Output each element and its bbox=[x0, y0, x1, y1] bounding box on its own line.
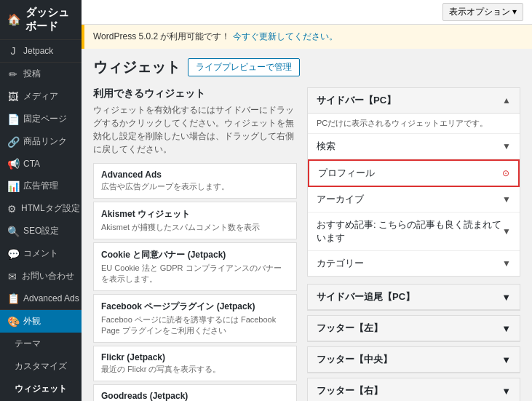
page-title: ウィジェット bbox=[93, 57, 180, 77]
sidebar-item-label: Jetpack bbox=[23, 46, 53, 56]
live-preview-button[interactable]: ライブプレビューで管理 bbox=[188, 58, 300, 76]
widget-item-cookie[interactable]: Cookie と同意バナー (Jetpack) EU Cookie 法と GDP… bbox=[93, 242, 297, 291]
jetpack-icon: J bbox=[7, 45, 19, 57]
sidebar-pc-header[interactable]: サイドバー【PC】 ▲ bbox=[308, 88, 520, 114]
widget-row-name: おすすめ記事: こちらの記事も良く読まれています bbox=[317, 218, 502, 245]
widget-row-chevron: ▼ bbox=[502, 226, 511, 237]
notification-text: WordPress 5.0.2 が利用可能です！ bbox=[93, 31, 230, 41]
content-area: ウィジェット ライブプレビューで管理 利用できるウィジェット ウィジェットを有効… bbox=[82, 49, 532, 401]
available-widgets-desc: ウィジェットを有効化するにはサイドバーにドラッグするかクリックしてください。ウィ… bbox=[93, 103, 297, 156]
display-options-button[interactable]: 表示オプション ▾ bbox=[442, 3, 523, 21]
sidebar-item-appearance[interactable]: 🎨 外観 bbox=[0, 310, 82, 333]
widget-item-advanced-ads[interactable]: Advanced Ads 広告や広告グループを表示します。 bbox=[93, 163, 297, 199]
sidebar-item-theme[interactable]: テーマ bbox=[0, 333, 82, 355]
sidebar-item-html[interactable]: ⚙ HTMLタグ設定 bbox=[0, 197, 82, 220]
sidebar-item-label: HTMLタグ設定 bbox=[21, 202, 80, 215]
sidebar-item-label: 商品リンク bbox=[23, 135, 67, 148]
contact-icon: ✉ bbox=[7, 271, 17, 282]
widget-item-akismet[interactable]: Akismet ウィジェット Akismet が捕獲したスパムコメント数を表示 bbox=[93, 202, 297, 239]
main-content: 表示オプション ▾ WordPress 5.0.2 が利用可能です！ 今すぐ更新… bbox=[82, 0, 532, 401]
widget-item-desc: Faceboo ページに読者を誘導するには Facebook Page プラグイ… bbox=[101, 314, 289, 336]
sidebar-item-customize[interactable]: カスタマイズ bbox=[0, 355, 82, 378]
sidebar-item-advanced-ads[interactable]: 📋 Advanced Ads bbox=[0, 287, 82, 309]
sidebar-item-pages[interactable]: 📄 固定ページ bbox=[0, 108, 82, 130]
sidebar-item-label: SEO設定 bbox=[23, 225, 59, 237]
widget-item-desc: 広告や広告グループを表示します。 bbox=[101, 181, 289, 192]
sidebar-follow-area: サイドバー追尾【PC】 ▼ bbox=[307, 284, 520, 311]
seo-icon: 🔍 bbox=[7, 226, 19, 237]
widget-row-chevron: ⊙ bbox=[502, 168, 509, 178]
sidebar-item-links[interactable]: 🔗 商品リンク bbox=[0, 130, 82, 153]
sidebar-item-label: メディア bbox=[23, 90, 58, 103]
available-widgets-panel: 利用できるウィジェット ウィジェットを有効化するにはサイドバーにドラッグするかク… bbox=[93, 87, 297, 401]
widget-item-desc: Akismet が捕獲したスパムコメント数を表示 bbox=[101, 222, 289, 233]
widget-row-name: プロフィール bbox=[318, 167, 375, 180]
footer-left-title: フッター【左】 bbox=[317, 322, 383, 335]
sidebar: 🏠 ダッシュボード J Jetpack ✏ 投稿 🖼 メディア 📄 固定ページ … bbox=[0, 0, 82, 401]
footer-center-area: フッター【中央】 ▼ bbox=[307, 346, 520, 373]
widget-row-chevron: ▼ bbox=[502, 258, 511, 269]
ads-icon: 📊 bbox=[7, 180, 19, 192]
sidebar-item-jetpack[interactable]: J Jetpack bbox=[0, 40, 82, 62]
widget-row-name: アーカイブ bbox=[317, 193, 364, 206]
footer-right-chevron: ▼ bbox=[501, 386, 511, 397]
sidebar-item-seo[interactable]: 🔍 SEO設定 bbox=[0, 220, 82, 242]
widget-row-search[interactable]: 検索 ▼ bbox=[308, 134, 520, 159]
widget-row-chevron: ▼ bbox=[502, 194, 511, 205]
cta-icon: 📢 bbox=[7, 158, 19, 170]
sidebar-pc-desc: PCだけに表示されるウィジェットエリアです。 bbox=[308, 114, 520, 134]
widget-row-profile[interactable]: プロフィール ⊙ bbox=[308, 159, 520, 187]
widget-item-title: Akismet ウィジェット bbox=[101, 208, 289, 221]
sidebar-item-ads[interactable]: 📊 広告管理 bbox=[0, 175, 82, 197]
widget-areas-panel: サイドバー【PC】 ▲ PCだけに表示されるウィジェットエリアです。 検索 ▼ … bbox=[307, 87, 520, 401]
widget-row-recommended[interactable]: おすすめ記事: こちらの記事も良く読まれています ▼ bbox=[308, 213, 520, 251]
widget-row-category[interactable]: カテゴリー ▼ bbox=[308, 251, 520, 276]
sidebar-item-label: Advanced Ads bbox=[23, 293, 79, 303]
widget-item-flickr[interactable]: Flickr (Jetpack) 最近の Flickr の写真を表示する。 bbox=[93, 346, 297, 381]
footer-right-area: フッター【右】 ▼ bbox=[307, 378, 520, 401]
posts-icon: ✏ bbox=[7, 68, 19, 80]
notification-bar: WordPress 5.0.2 が利用可能です！ 今すぐ更新してください。 bbox=[82, 25, 532, 49]
sidebar-item-label: 固定ページ bbox=[23, 113, 67, 125]
sidebar-item-label: カスタマイズ bbox=[15, 360, 67, 373]
widget-item-title: Cookie と同意バナー (Jetpack) bbox=[101, 249, 289, 261]
footer-left-header[interactable]: フッター【左】 ▼ bbox=[308, 316, 520, 341]
widget-item-desc: EU Cookie 法と GDPR コンプライアンスのバナーを表示します。 bbox=[101, 263, 289, 285]
widget-item-goodreads[interactable]: Goodreads (Jetpack) Goodreads の本を表示 bbox=[93, 384, 297, 401]
widget-row-name: 検索 bbox=[317, 140, 336, 153]
topbar: 表示オプション ▾ bbox=[82, 0, 532, 25]
links-icon: 🔗 bbox=[7, 136, 19, 148]
widget-item-title: Advanced Ads bbox=[101, 170, 289, 180]
sidebar-item-media[interactable]: 🖼 メディア bbox=[0, 85, 82, 108]
sidebar-follow-header[interactable]: サイドバー追尾【PC】 ▼ bbox=[308, 285, 520, 310]
footer-center-header[interactable]: フッター【中央】 ▼ bbox=[308, 347, 520, 373]
widget-row-name: カテゴリー bbox=[317, 257, 364, 270]
sidebar-pc-chevron: ▲ bbox=[502, 95, 511, 106]
footer-left-chevron: ▼ bbox=[501, 323, 511, 334]
sidebar-pc-area: サイドバー【PC】 ▲ PCだけに表示されるウィジェットエリアです。 検索 ▼ … bbox=[307, 87, 520, 277]
widget-row-archive[interactable]: アーカイブ ▼ bbox=[308, 187, 520, 213]
sidebar-item-widgets[interactable]: ウィジェット bbox=[0, 378, 82, 400]
widgets-layout: 利用できるウィジェット ウィジェットを有効化するにはサイドバーにドラッグするかク… bbox=[93, 87, 520, 401]
widget-item-facebook[interactable]: Facebook ページプラグイン (Jetpack) Faceboo ページに… bbox=[93, 294, 297, 343]
sidebar-item-contact[interactable]: ✉ お問い合わせ bbox=[0, 265, 82, 287]
dashboard-label: ダッシュボード bbox=[25, 6, 74, 33]
sidebar-item-label: テーマ bbox=[15, 338, 41, 350]
sidebar-item-posts[interactable]: ✏ 投稿 bbox=[0, 63, 82, 85]
sidebar-item-cta[interactable]: 📢 CTA bbox=[0, 153, 82, 175]
appearance-icon: 🎨 bbox=[7, 316, 19, 327]
available-widgets-title: 利用できるウィジェット bbox=[93, 87, 297, 100]
sidebar-item-label: CTA bbox=[23, 159, 40, 169]
widget-item-desc: 最近の Flickr の写真を表示する。 bbox=[101, 364, 289, 375]
html-icon: ⚙ bbox=[7, 203, 17, 215]
notification-link[interactable]: 今すぐ更新してください。 bbox=[233, 31, 338, 41]
comments-icon: 💬 bbox=[7, 248, 19, 260]
footer-center-title: フッター【中央】 bbox=[317, 353, 392, 366]
footer-right-header[interactable]: フッター【右】 ▼ bbox=[308, 378, 520, 401]
sidebar-logo: 🏠 ダッシュボード bbox=[0, 0, 82, 40]
media-icon: 🖼 bbox=[7, 91, 19, 103]
sidebar-item-label: 投稿 bbox=[23, 68, 41, 80]
sidebar-item-label: 外観 bbox=[23, 315, 41, 327]
sidebar-item-comments[interactable]: 💬 コメント bbox=[0, 242, 82, 265]
footer-center-chevron: ▼ bbox=[501, 354, 511, 365]
